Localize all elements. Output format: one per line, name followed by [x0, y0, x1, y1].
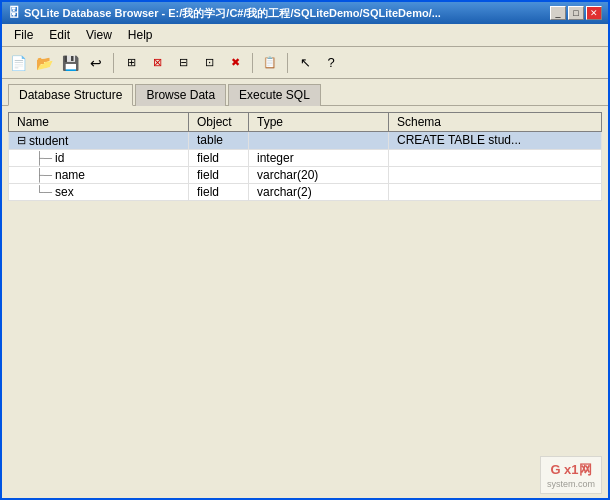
tree-indent-sex: └─ sex [17, 185, 74, 199]
table-row-sex[interactable]: └─ sex field varchar(2) [9, 183, 602, 200]
id-prefix: ├─ [35, 151, 52, 165]
undo-button[interactable]: ↩ [84, 51, 108, 75]
new-button[interactable]: 📄 [6, 51, 30, 75]
col-header-schema: Schema [389, 113, 602, 132]
index-button[interactable]: 📋 [258, 51, 282, 75]
toolbar-sep-1 [113, 53, 114, 73]
title-bar: 🗄 SQLite Database Browser - E:/我的学习/C#/我… [2, 2, 608, 24]
content-area: Name Object Type Schema ⊟ student table [2, 106, 608, 498]
student-name-text: student [29, 134, 68, 148]
cell-name-schema [389, 166, 602, 183]
cell-sex-object: field [189, 183, 249, 200]
save-button[interactable]: 💾 [58, 51, 82, 75]
help-button[interactable]: ? [319, 51, 343, 75]
cell-student-object: table [189, 132, 249, 150]
watermark-box: G x1网 system.com [540, 456, 602, 494]
table-new-button[interactable]: ⊞ [119, 51, 143, 75]
maximize-button[interactable]: □ [568, 6, 584, 20]
window-title: SQLite Database Browser - E:/我的学习/C#/我的工… [24, 6, 441, 21]
cell-name-object: field [189, 166, 249, 183]
menu-edit[interactable]: Edit [41, 26, 78, 44]
table-delete-button[interactable]: ⊠ [145, 51, 169, 75]
toolbar-sep-2 [252, 53, 253, 73]
watermark-logo: G x1网 [547, 461, 595, 479]
cell-sex-name: └─ sex [9, 183, 189, 200]
tab-execute-sql[interactable]: Execute SQL [228, 84, 321, 106]
sex-prefix: └─ [35, 185, 52, 199]
cell-student-schema: CREATE TABLE stud... [389, 132, 602, 150]
col-header-type: Type [249, 113, 389, 132]
cell-student-name: ⊟ student [9, 132, 189, 150]
id-name-text: id [55, 151, 64, 165]
tree-indent-id: ├─ id [17, 151, 64, 165]
structure-table: Name Object Type Schema ⊟ student table [8, 112, 602, 201]
cell-id-type: integer [249, 149, 389, 166]
col-header-object: Object [189, 113, 249, 132]
watermark-sub: system.com [547, 479, 595, 489]
title-bar-controls: _ □ ✕ [550, 6, 602, 20]
cell-name-type: varchar(20) [249, 166, 389, 183]
toolbar: 📄 📂 💾 ↩ ⊞ ⊠ ⊟ ⊡ ✖ 📋 ↖ ? [2, 47, 608, 79]
cell-id-name: ├─ id [9, 149, 189, 166]
menu-help[interactable]: Help [120, 26, 161, 44]
tree-indent-name: ├─ name [17, 168, 85, 182]
table-row-name[interactable]: ├─ name field varchar(20) [9, 166, 602, 183]
cell-sex-type: varchar(2) [249, 183, 389, 200]
cursor-button[interactable]: ↖ [293, 51, 317, 75]
tab-database-structure[interactable]: Database Structure [8, 84, 133, 106]
toolbar-sep-3 [287, 53, 288, 73]
minimize-button[interactable]: _ [550, 6, 566, 20]
table-row-id[interactable]: ├─ id field integer [9, 149, 602, 166]
cell-student-type [249, 132, 389, 150]
title-bar-left: 🗄 SQLite Database Browser - E:/我的学习/C#/我… [8, 6, 441, 21]
field-del-button[interactable]: ✖ [223, 51, 247, 75]
name-name-text: name [55, 168, 85, 182]
menu-bar: File Edit View Help [2, 24, 608, 47]
field-add-button[interactable]: ⊡ [197, 51, 221, 75]
cell-sex-schema [389, 183, 602, 200]
table-row-student[interactable]: ⊟ student table CREATE TABLE stud... [9, 132, 602, 150]
tab-browse-data[interactable]: Browse Data [135, 84, 226, 106]
cell-id-schema [389, 149, 602, 166]
sex-name-text: sex [55, 185, 74, 199]
close-button[interactable]: ✕ [586, 6, 602, 20]
cell-id-object: field [189, 149, 249, 166]
table-edit-button[interactable]: ⊟ [171, 51, 195, 75]
app-icon: 🗄 [8, 6, 20, 20]
main-window: 🗄 SQLite Database Browser - E:/我的学习/C#/我… [0, 0, 610, 500]
tabs-bar: Database Structure Browse Data Execute S… [2, 79, 608, 106]
watermark: G x1网 system.com [540, 456, 602, 494]
menu-view[interactable]: View [78, 26, 120, 44]
tree-indent-student: ⊟ student [17, 134, 68, 148]
menu-file[interactable]: File [6, 26, 41, 44]
open-button[interactable]: 📂 [32, 51, 56, 75]
name-prefix: ├─ [35, 168, 52, 182]
cell-name-name: ├─ name [9, 166, 189, 183]
tree-expand-icon[interactable]: ⊟ [17, 134, 26, 147]
col-header-name: Name [9, 113, 189, 132]
